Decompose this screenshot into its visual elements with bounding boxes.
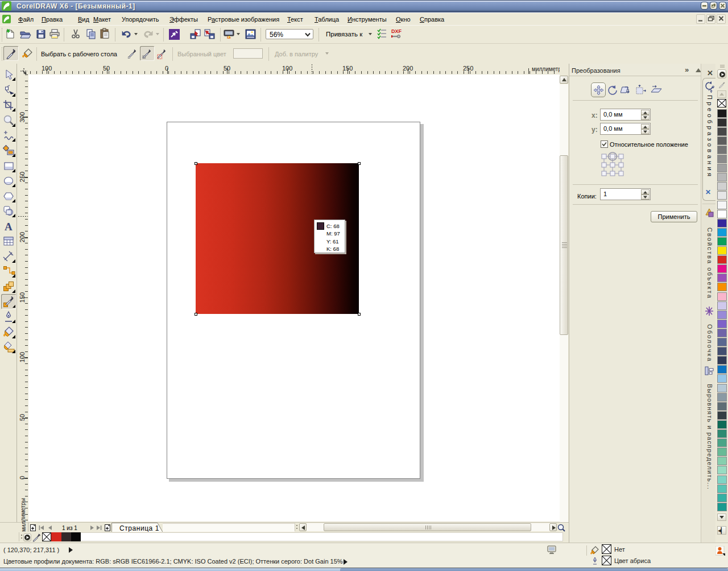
svg-text:A: A <box>5 221 13 233</box>
svg-text:DXF: DXF <box>391 28 402 34</box>
